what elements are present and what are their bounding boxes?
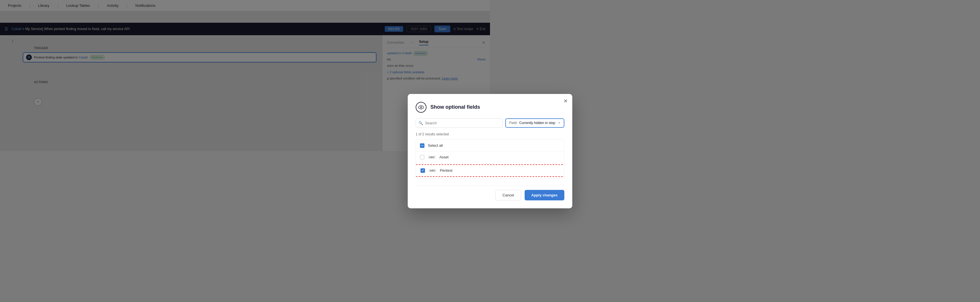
search-input[interactable] (416, 118, 490, 128)
modal-header: Show optional fields ✕ (416, 102, 490, 113)
search-icon: 🔍 (418, 121, 423, 125)
eye-icon (416, 102, 426, 113)
select-all-option[interactable]: — Select all (416, 140, 490, 151)
modal-overlay: Show optional fields ✕ 🔍 Field: Currentl… (0, 0, 490, 151)
modal-title: Show optional fields (430, 104, 480, 110)
results-info: 1 of 2 results selected (416, 132, 490, 136)
options-list: — Select all ABC Asset ✓ ABC Pentest (416, 140, 490, 151)
search-wrap: 🔍 (416, 118, 490, 128)
svg-point-4 (421, 107, 422, 108)
select-all-checkbox[interactable]: — (420, 143, 425, 148)
modal-dialog: Show optional fields ✕ 🔍 Field: Currentl… (408, 94, 490, 151)
select-all-label: Select all (428, 143, 443, 148)
search-row: 🔍 Field: Currently hidden in step × (416, 118, 490, 128)
